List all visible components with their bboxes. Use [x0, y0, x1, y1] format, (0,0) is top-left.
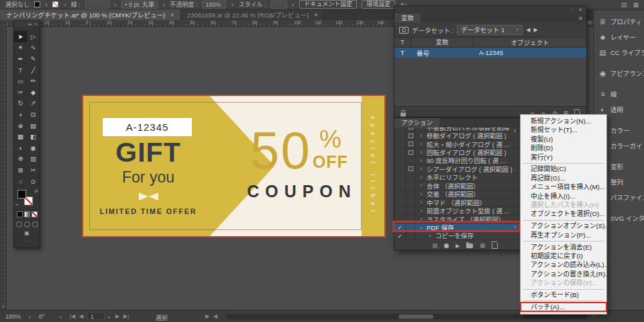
- action-toggle[interactable]: [394, 165, 406, 172]
- status-options-icon[interactable]: ▶: [205, 313, 209, 319]
- menu-item[interactable]: アクションの読み込み(L)...: [521, 260, 606, 269]
- artboard-caret-icon[interactable]: ∨: [107, 315, 110, 319]
- arrange-documents-icon[interactable]: ▤: [621, 1, 627, 8]
- direct-selection-tool[interactable]: ▷: [27, 31, 40, 42]
- pencil-tool[interactable]: ✑: [14, 87, 27, 98]
- menu-item[interactable]: 再生オプション(P)...: [521, 231, 606, 239]
- rectangle-tool[interactable]: ▭: [14, 75, 27, 87]
- dock-panel-layers[interactable]: ◈レイヤー: [594, 29, 644, 44]
- slice-tool[interactable]: ✂: [27, 164, 40, 176]
- dialog-toggle[interactable]: [406, 140, 416, 148]
- new-action-icon[interactable]: ⊞: [480, 243, 485, 249]
- dialog-toggle[interactable]: [406, 232, 416, 239]
- minimize-panel-icon[interactable]: −: [570, 7, 573, 12]
- fill-color-swatch[interactable]: [34, 1, 40, 7]
- mesh-tool[interactable]: ▦: [14, 131, 27, 142]
- expand-arrow-icon[interactable]: ›: [418, 166, 425, 172]
- column-graph-tool[interactable]: ▥: [27, 154, 40, 165]
- action-toggle[interactable]: [394, 174, 406, 181]
- swap-fill-stroke-icon[interactable]: ⇄: [34, 189, 38, 194]
- expand-arrow-icon[interactable]: ›: [418, 127, 425, 130]
- dialog-toggle[interactable]: [406, 165, 416, 172]
- artboard-tool[interactable]: ⊞: [14, 164, 27, 176]
- close-tab-icon[interactable]: ✕: [170, 12, 174, 18]
- rotate-tool[interactable]: ↻: [14, 98, 27, 109]
- dock-panel-cc-libraries[interactable]: ▤CC ライブラリ: [594, 44, 644, 60]
- variable-row[interactable]: T 番号 A-12345: [394, 48, 586, 58]
- line-segment-tool[interactable]: ╱: [27, 64, 40, 76]
- action-toggle[interactable]: [394, 191, 406, 198]
- expand-arrow-icon[interactable]: ›: [418, 150, 425, 156]
- dialog-toggle[interactable]: [406, 174, 416, 181]
- gradient-tool[interactable]: ◧: [27, 131, 40, 142]
- type-tool[interactable]: T: [14, 64, 27, 76]
- zoom-level[interactable]: 100%: [5, 313, 21, 320]
- shape-builder-tool[interactable]: ⊕: [14, 120, 27, 131]
- menu-item[interactable]: 実行(Y): [521, 153, 606, 162]
- document-tab-active[interactable]: ナンバリングチケット.ai* @ 100 % (CMYK/プレビュー) ✕: [0, 9, 180, 20]
- curvature-tool[interactable]: ✎: [27, 53, 40, 64]
- selection-tool[interactable]: ➤: [14, 31, 27, 42]
- magic-wand-tool[interactable]: ✶: [14, 42, 27, 54]
- stroke-caret-icon[interactable]: ∨: [63, 2, 66, 7]
- opacity-caret-icon[interactable]: ∨: [231, 2, 233, 7]
- artboard-number-field[interactable]: 1: [87, 312, 105, 320]
- close-panel-icon[interactable]: ✕: [34, 21, 38, 26]
- eraser-tool[interactable]: ◆: [27, 87, 40, 98]
- close-tab-icon[interactable]: ✕: [314, 12, 319, 18]
- action-toggle[interactable]: [394, 127, 406, 131]
- menu-item[interactable]: 新規セット(T)...: [521, 125, 606, 134]
- expand-arrow-icon[interactable]: ›: [418, 191, 425, 197]
- hand-tool[interactable]: ☝: [14, 176, 27, 187]
- first-artboard-icon[interactable]: |◀: [70, 313, 75, 319]
- dock-panel-appearance[interactable]: ◉アピアランス: [594, 65, 644, 80]
- none-mode-button[interactable]: [32, 211, 38, 217]
- draw-behind-icon[interactable]: [24, 221, 30, 227]
- menu-item[interactable]: 初期設定に戻す(I): [521, 252, 606, 260]
- menu-item[interactable]: メニュー項目を挿入(M)...: [521, 182, 606, 191]
- action-toggle[interactable]: [394, 182, 406, 189]
- previous-artboard-icon[interactable]: ◀: [79, 313, 83, 319]
- expand-arrow-icon[interactable]: ›: [418, 208, 425, 214]
- blend-tool[interactable]: ◉: [27, 142, 40, 154]
- dialog-toggle[interactable]: [406, 182, 416, 189]
- stop-recording-icon[interactable]: [433, 244, 437, 248]
- paintbrush-tool[interactable]: ✏: [27, 75, 40, 87]
- opacity-field[interactable]: 100%: [202, 1, 226, 9]
- expand-arrow-icon[interactable]: ›: [418, 182, 425, 189]
- scrollbar-thumb[interactable]: [398, 315, 433, 319]
- action-toggle[interactable]: [394, 157, 406, 164]
- expand-arrow-icon[interactable]: ›: [418, 158, 425, 164]
- rotation-caret-icon[interactable]: ∨: [59, 315, 62, 319]
- perspective-grid-tool[interactable]: ▤: [27, 120, 40, 131]
- action-toggle[interactable]: [394, 140, 406, 148]
- stroke-width-caret-icon[interactable]: ∨: [114, 2, 117, 7]
- draw-inside-icon[interactable]: [32, 221, 38, 227]
- coupon-artwork[interactable]: special ticket A-12345 GIFT For you LIMI…: [82, 95, 386, 237]
- previous-dataset-icon[interactable]: ◀: [526, 27, 530, 33]
- symbol-sprayer-tool[interactable]: ❉: [14, 154, 27, 165]
- rotation-value[interactable]: 0°: [39, 313, 45, 320]
- dialog-toggle[interactable]: [406, 199, 416, 206]
- dialog-toggle[interactable]: [406, 127, 416, 131]
- dock-panel-properties[interactable]: ≣プロパティ: [594, 13, 644, 29]
- next-dataset-icon[interactable]: ▶: [533, 27, 537, 33]
- dataset-select[interactable]: データセット 1 ∨: [457, 25, 523, 35]
- eyedropper-tool[interactable]: ◗: [14, 142, 27, 154]
- menu-item[interactable]: 中止を挿入(I)...: [521, 192, 606, 201]
- width-tool[interactable]: ◖: [14, 109, 27, 120]
- fill-caret-icon[interactable]: ∨: [45, 2, 48, 7]
- actions-panel-tab[interactable]: アクション: [394, 118, 439, 127]
- last-artboard-icon[interactable]: ▶|: [123, 313, 129, 319]
- capture-dataset-icon[interactable]: [399, 27, 409, 34]
- expand-arrow-icon[interactable]: ›: [427, 233, 433, 239]
- style-swatch[interactable]: [271, 1, 287, 9]
- status-collapse-icon[interactable]: ◀: [213, 313, 217, 319]
- lock-icon[interactable]: [400, 113, 406, 117]
- panel-menu-icon[interactable]: ≡: [579, 15, 582, 21]
- close-panel-icon[interactable]: ✕: [578, 7, 582, 13]
- next-artboard-icon[interactable]: ▶: [115, 313, 119, 319]
- scale-tool[interactable]: ⇗: [27, 98, 40, 109]
- menu-item-batch-highlighted[interactable]: バッチ(A)...: [521, 303, 606, 311]
- expand-arrow-icon[interactable]: ›: [418, 174, 425, 180]
